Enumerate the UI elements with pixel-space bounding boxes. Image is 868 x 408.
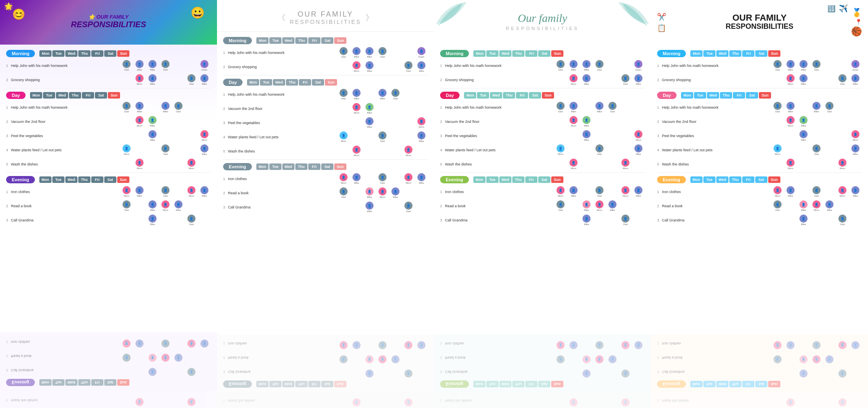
- day-section-header-1: Day Mon Tue Wed Thu Fri Sat Sun: [6, 92, 211, 99]
- flipped-4: Evening Mon Tue Wed Thu Fri Sat Sun 3Cal…: [651, 335, 868, 392]
- task-eve-3-1: 3 Call Grandma 👤Mike 👤Dad: [6, 214, 211, 227]
- scissors-icon: ✂️: [657, 13, 666, 21]
- evening-badge-4: Evening: [657, 176, 686, 183]
- day-sat-1: Sat: [104, 50, 116, 57]
- flipped-3: Evening Mon Tue Wed Thu Fri Sat Sun 3Cal…: [434, 335, 651, 392]
- paper-plane-icon: ✈️: [839, 4, 848, 13]
- task-day-2-1: 2 Vacuum the 2nd floor 👤Mom 👤Mike: [6, 115, 211, 128]
- emoji-star-top: 🌟: [4, 2, 13, 11]
- content-2: Morning Mon Tue Wed Thu Fri Sat Sun 1 He…: [217, 32, 434, 335]
- task-day-3-1: 3 Peel the vegetables 👤Mike 👤Mom: [6, 129, 211, 142]
- emoji-left: ⭐: [88, 14, 95, 20]
- content-3: Morning Mon Tue Wed Thu Fri Sat Sun 1 He…: [434, 45, 651, 335]
- template-card-1: ⭐ Our Family reSPONSIBILITIES 😀 🌟 😊 Morn…: [0, 0, 217, 408]
- evening-section-header-1: Evening Mon Tue Wed Thu Fri Sat Sun: [6, 176, 211, 183]
- avatar-mike: 👤: [135, 60, 144, 68]
- avatar-cells: 👤Dad 👤Mike 👤Mike 👤Dad 👤Dean: [120, 60, 211, 71]
- day-tue-1: Tue: [52, 50, 64, 57]
- header-icons-right: 🥇 📍 🏀: [851, 8, 862, 37]
- emoji-smiley: 😀: [191, 6, 205, 19]
- header-3: Our family RESPONSIBILITIES: [434, 0, 651, 45]
- svg-line-0: [438, 5, 460, 25]
- day-headers-morning-1: Mon Tue Wed Thu Fri Sat Sun: [39, 50, 211, 57]
- day-badge-4: Day: [657, 92, 677, 99]
- morning-badge-4: Morning: [657, 50, 686, 57]
- day-mon-1: Mon: [39, 50, 52, 57]
- day-wed-1: Wed: [65, 50, 77, 57]
- leaf-left: [434, 0, 471, 28]
- morning-badge-3: Morning: [440, 50, 469, 57]
- avatar-cell-tue: 👤Mike: [133, 60, 146, 71]
- task-m2-2: 2 Grocery shopping 👤Mom 👤Mike 👤Dad 👤Mike: [223, 60, 428, 73]
- template-card-4: ✂️ 📋 OUR FAMILY RESPONSIBILITIES 🥇 📍 🏀 ✈…: [651, 0, 868, 408]
- calculator-icon: 🔢: [827, 5, 836, 13]
- header-title-2b: RESPONSIBILITIES: [290, 19, 361, 25]
- content-4: Morning Mon Tue Wed Thu Fri Sat Sun 1Hel…: [651, 45, 868, 335]
- task-eve-1-1: 1 Iron clothes 👤Mom 👤Mike 👤Dad 👤Mom 👤Mik…: [6, 185, 211, 198]
- task-day-1-1: 1 Help John with his math homework 👤Dad …: [6, 101, 211, 114]
- avatar-dad: 👤: [122, 60, 131, 68]
- header-title-3b: RESPONSIBILITIES: [506, 26, 579, 31]
- header-title-3a: Our family: [518, 12, 567, 25]
- flipped-day-2: 5Wash the dishes 👤 👤: [217, 392, 434, 408]
- emoji-smiley2: 😊: [12, 8, 25, 21]
- morning-section-header-1: Morning Mon Tue Wed Thu Fri Sat Sun: [6, 50, 211, 57]
- header-4: ✂️ 📋 OUR FAMILY RESPONSIBILITIES 🥇 📍 🏀 ✈…: [651, 0, 868, 45]
- day-sun-1: Sun: [117, 50, 129, 57]
- evening-badge-3: Evening: [440, 176, 469, 183]
- header-title-4: OUR FAMILY RESPONSIBILITIES: [668, 13, 851, 31]
- basketball-icon: 🏀: [851, 26, 862, 37]
- task-row-morning-1-1: 1 Help John with his math homework 👤Dad …: [6, 59, 211, 72]
- leaf-right: [614, 0, 651, 28]
- morning-section-2: Morning Mon Tue Wed Thu Fri Sat Sun: [223, 37, 428, 44]
- template-card-2: 《 OUR FAMILY RESPONSIBILITIES 》 Morning …: [217, 0, 434, 408]
- svg-line-1: [625, 5, 647, 25]
- day-fri-1: Fri: [91, 50, 103, 57]
- header-title-2a: OUR FAMILY: [290, 10, 361, 19]
- task-day-4-1: 4 Water plants feed / Let out pets 👤Mom …: [6, 144, 211, 157]
- flipped-content-1: Evening Mon Tue Wed Thu Fri Sat Sun 3 Ca…: [0, 332, 217, 391]
- arrow-left: 《: [277, 12, 286, 23]
- header-icons-left: ✂️ 📋: [657, 13, 666, 32]
- day-section-2: Day Mon Tue Wed Thu Fri Sat Sun: [223, 79, 428, 86]
- task-day-5-1: 5 Wash the dishes 👤Mom 👤Mom: [6, 158, 211, 171]
- checklist-icon: 📋: [657, 24, 666, 32]
- task-row-morning-2-1: 2 Grocery shopping 👤Mom 👤Mike 👤Dad 👤Mike: [6, 73, 211, 86]
- medal-icon: 🥇: [852, 8, 862, 17]
- flipped-2: Evening MonTueWedThuFriSatSun 3Call Gran…: [217, 335, 434, 392]
- header-1: ⭐ Our Family reSPONSIBILITIES 😀 🌟 😊: [0, 0, 217, 45]
- morning-badge-1: Morning: [6, 50, 35, 57]
- task-eve-2-1: 2 Read a book 👤Dad 👤Mike 👤Mom 👤Mike: [6, 200, 211, 213]
- morning-badge-2: Morning: [223, 37, 252, 44]
- header-title-1: reSPONSIBILITIES: [71, 20, 146, 29]
- avatar-cell-wed: 👤Mike: [146, 60, 159, 71]
- arrow-right: 》: [365, 12, 374, 23]
- content-1: Morning Mon Tue Wed Thu Fri Sat Sun 1 He…: [0, 45, 217, 332]
- avatar-cell-mon: 👤Dad: [120, 60, 133, 71]
- day-badge-2: Day: [223, 79, 243, 86]
- template-card-3: Our family RESPONSIBILITIES Morning Mon …: [434, 0, 651, 408]
- divider-1: [6, 88, 211, 88]
- flipped-day-1: 5 Wash the dishes 👤 👤: [0, 391, 217, 408]
- day-badge-1: Day: [6, 92, 26, 99]
- evening-badge-1: Evening: [6, 176, 35, 183]
- task-m1-2: 1 Help John with his math homework 👤Dad …: [223, 46, 428, 59]
- header-2: 《 OUR FAMILY RESPONSIBILITIES 》: [217, 0, 434, 32]
- evening-section-2: Evening Mon Tue Wed Thu Fri Sat Sun: [223, 163, 428, 170]
- day-badge-3: Day: [440, 92, 460, 99]
- location-icon: 📍: [855, 19, 862, 25]
- evening-badge-2: Evening: [223, 163, 252, 170]
- day-thu-1: Thu: [78, 50, 90, 57]
